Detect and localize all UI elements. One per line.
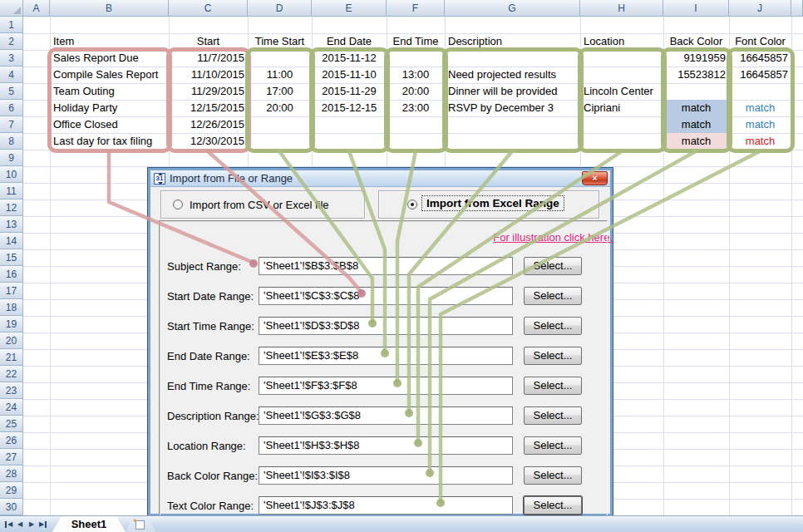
range-input-B[interactable]: 'Sheet1'!$B$3:$B$8 [259, 257, 513, 275]
range-outline-I [661, 47, 732, 153]
row-header-6[interactable]: 6 [0, 100, 23, 116]
row-header-16[interactable]: 16 [0, 266, 23, 283]
field-label-C: Start Date Range: [167, 290, 260, 303]
range-outline-D [245, 47, 315, 153]
row-header-19[interactable]: 19 [0, 316, 23, 332]
row-header-17[interactable]: 17 [0, 283, 23, 299]
column-header-partial[interactable] [791, 0, 803, 17]
dialog-title: Import from File or Range [170, 172, 293, 185]
column-header-I[interactable]: I [663, 0, 729, 17]
column-header-F[interactable]: F [387, 0, 445, 17]
column-header-A[interactable]: A [23, 0, 50, 17]
row-header-23[interactable]: 23 [0, 382, 23, 399]
column-header-H[interactable]: H [580, 0, 663, 17]
close-icon[interactable]: × [582, 171, 608, 185]
row-header-20[interactable]: 20 [0, 332, 23, 349]
field-label-B: Subject Range: [167, 260, 260, 273]
row-header-2[interactable]: 2 [0, 33, 23, 50]
row-header-7[interactable]: 7 [0, 116, 23, 133]
select-all-corner[interactable] [0, 0, 23, 17]
import-dialog: 31 Import from File or Range × Import fr… [148, 168, 613, 516]
row-header-21[interactable]: 21 [0, 349, 23, 366]
range-input-G[interactable]: 'Sheet1'!$G$3:$G$8 [259, 406, 513, 425]
radio-import-csv[interactable] [173, 200, 183, 209]
range-outline-J [727, 47, 795, 153]
range-input-H[interactable]: 'Sheet1'!$H$3:$H$8 [259, 436, 513, 455]
range-input-C[interactable]: 'Sheet1'!$C$3:$C$8 [259, 287, 513, 305]
range-outline-F [384, 47, 448, 153]
column-header-J[interactable]: J [729, 0, 791, 17]
row-header-29[interactable]: 29 [0, 482, 23, 499]
calendar-31-icon: 31 [154, 173, 165, 185]
row-header-4[interactable]: 4 [0, 66, 23, 83]
range-outline-G [442, 47, 584, 153]
select-all-triangle-icon [13, 7, 21, 14]
row-header-12[interactable]: 12 [0, 200, 23, 216]
next-sheet-icon[interactable]: ▶ [26, 516, 37, 532]
select-button-J[interactable]: Select... [524, 496, 582, 515]
select-button-F[interactable]: Select... [524, 377, 582, 395]
column-header-B[interactable]: B [50, 0, 169, 17]
range-input-J[interactable]: 'Sheet1'!$J$3:$J$8 [259, 496, 513, 515]
field-label-E: End Date Range: [167, 350, 260, 362]
row-header-27[interactable]: 27 [0, 449, 23, 466]
previous-sheet-icon[interactable]: ◀ [14, 516, 26, 532]
row-header-5[interactable]: 5 [0, 83, 23, 100]
insert-worksheet-tab[interactable]: ✦ [126, 516, 155, 532]
range-outline-C [166, 47, 251, 153]
row-header-13[interactable]: 13 [0, 216, 23, 233]
column-header-D[interactable]: D [248, 0, 312, 17]
icon-up-arrow [158, 173, 163, 175]
radio-import-range-label[interactable]: Import from Excel Range [422, 196, 564, 210]
select-button-H[interactable]: Select... [524, 436, 582, 455]
range-outline-B [47, 47, 172, 153]
field-label-J: Text Color Range: [167, 500, 260, 512]
excel-window: ABCDEFGHIJ123456789101112131415161718192… [0, 0, 803, 532]
range-input-D[interactable]: 'Sheet1'!$D$3:$D$8 [259, 317, 513, 335]
icon-down-arrow [158, 182, 163, 185]
row-header-11[interactable]: 11 [0, 183, 23, 200]
row-header-30[interactable]: 30 [0, 499, 23, 515]
row-header-18[interactable]: 18 [0, 299, 23, 316]
gridline [23, 166, 803, 167]
column-header-C[interactable]: C [169, 0, 248, 17]
field-label-D: Start Time Range: [167, 320, 260, 332]
row-header-14[interactable]: 14 [0, 233, 23, 249]
field-label-H: Location Range: [167, 440, 260, 452]
select-button-D[interactable]: Select... [524, 317, 582, 335]
sheet-tab-bar: ◀ ◀ ▶ ▶ Sheet1 ✦ [0, 515, 803, 532]
row-header-22[interactable]: 22 [0, 366, 23, 382]
column-header-G[interactable]: G [445, 0, 580, 17]
range-outline-E [309, 47, 390, 153]
last-sheet-icon[interactable]: ▶ [37, 516, 49, 532]
field-label-G: Description Range: [167, 410, 260, 422]
select-button-B[interactable]: Select... [524, 257, 582, 275]
row-header-3[interactable]: 3 [0, 50, 23, 66]
row-header-10[interactable]: 10 [0, 166, 23, 183]
row-header-8[interactable]: 8 [0, 133, 23, 150]
column-header-E[interactable]: E [312, 0, 387, 17]
select-button-C[interactable]: Select... [524, 287, 582, 305]
range-input-F[interactable]: 'Sheet1'!$F$3:$F$8 [259, 377, 513, 395]
row-header-15[interactable]: 15 [0, 249, 23, 266]
select-button-I[interactable]: Select... [524, 466, 582, 485]
dialog-titlebar[interactable]: 31 Import from File or Range × [150, 170, 610, 187]
field-label-F: End Time Range: [167, 380, 260, 392]
sheet-tab[interactable]: Sheet1 [52, 516, 126, 532]
row-header-1[interactable]: 1 [0, 17, 23, 33]
range-input-E[interactable]: 'Sheet1'!$E$3:$E$8 [259, 347, 513, 365]
select-button-E[interactable]: Select... [524, 347, 582, 365]
radio-import-range[interactable] [407, 200, 417, 209]
row-header-25[interactable]: 25 [0, 416, 23, 432]
select-button-G[interactable]: Select... [524, 406, 582, 425]
insert-worksheet-page-icon [135, 520, 145, 530]
first-sheet-icon[interactable]: ◀ [2, 516, 14, 532]
radio-import-csv-label[interactable]: Import from CSV or Excel file [190, 199, 329, 211]
row-header-26[interactable]: 26 [0, 432, 23, 449]
row-header-24[interactable]: 24 [0, 399, 23, 416]
row-header-28[interactable]: 28 [0, 466, 23, 482]
range-input-I[interactable]: 'Sheet1'!$I$3:$I$8 [259, 466, 513, 485]
field-label-I: Back Color Range: [167, 470, 260, 482]
range-outline-H [578, 47, 667, 153]
row-header-9[interactable]: 9 [0, 150, 23, 166]
